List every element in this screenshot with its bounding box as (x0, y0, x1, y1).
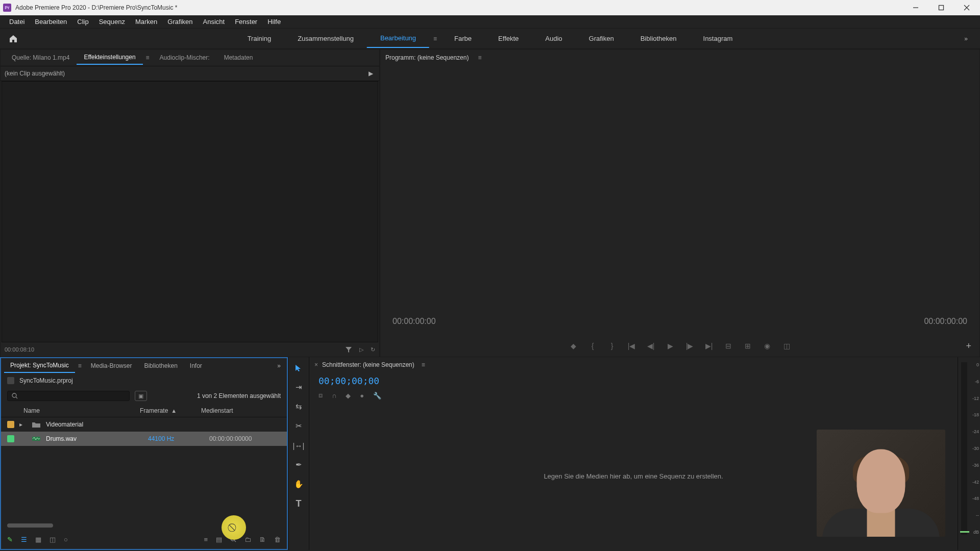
timeline-panel-menu-icon[interactable]: ≡ (419, 361, 428, 368)
timeline-toolbar: ⧈ ∩ ◆ ● 🔧 (309, 389, 958, 402)
timeline-timecode-row: 00;00;00;00 (309, 372, 958, 389)
menu-grafiken[interactable]: Grafiken (162, 16, 198, 28)
zoom-slider-icon[interactable]: ○ (64, 536, 68, 543)
col-medienstart[interactable]: Medienstart (201, 407, 281, 414)
list-view-icon[interactable]: ☰ (21, 536, 27, 543)
tab-info[interactable]: Infor (184, 359, 208, 372)
source-tab-menu-icon[interactable]: ≡ (143, 54, 153, 61)
selection-tool[interactable] (292, 361, 305, 374)
svg-point-4 (12, 393, 16, 397)
freeform-icon[interactable]: ◫ (50, 536, 56, 543)
filter-icon[interactable] (345, 346, 352, 353)
ingest-icon[interactable]: ▣ (135, 391, 147, 401)
extract-icon[interactable]: ⊞ (743, 341, 752, 350)
snap-icon[interactable]: ⧈ (318, 391, 323, 399)
play-icon[interactable]: ▶ (666, 341, 675, 350)
goto-in-icon[interactable]: |◀ (627, 341, 636, 350)
workspace-overflow-button[interactable]: » (958, 35, 974, 42)
project-tab-menu-icon[interactable]: ≡ (75, 362, 85, 369)
comparison-icon[interactable]: ◫ (782, 341, 791, 350)
label-tag[interactable] (7, 435, 14, 442)
menu-hilfe[interactable]: Hilfe (262, 16, 286, 28)
horizontal-scrollbar[interactable] (7, 523, 53, 528)
col-name[interactable]: Name (7, 407, 140, 414)
menu-marken[interactable]: Marken (130, 16, 162, 28)
home-button[interactable] (6, 32, 20, 46)
workspace-zusammenstellung[interactable]: Zusammenstellung (284, 30, 367, 47)
in-bracket-icon[interactable]: { (588, 341, 597, 350)
minimize-button[interactable] (909, 3, 923, 13)
tab-effekteinstellungen[interactable]: Effekteinstellungen (77, 51, 142, 65)
slip-tool[interactable]: |↔| (292, 439, 305, 452)
timeline-empty-text: Legen Sie die Medien hier ab, um eine Se… (544, 472, 723, 480)
workspace-audio[interactable]: Audio (532, 30, 575, 47)
close-button[interactable] (960, 3, 974, 13)
list-item[interactable]: Drums.wav 44100 Hz 00:00:00:00000 (1, 432, 287, 446)
step-back-icon[interactable]: ◀| (646, 341, 655, 350)
button-editor-icon[interactable]: + (966, 341, 971, 352)
window-title: Adobe Premiere Pro 2020 - D:\Premiere Pr… (15, 4, 177, 11)
marker-icon[interactable]: ◆ (569, 341, 578, 350)
menu-fenster[interactable]: Fenster (230, 16, 262, 28)
menu-clip[interactable]: Clip (72, 16, 93, 28)
maximize-button[interactable] (934, 3, 948, 13)
no-clip-label: (kein Clip ausgewählt) (5, 70, 65, 77)
workspace-training[interactable]: Training (234, 30, 284, 47)
pen-tool[interactable]: ✒ (292, 458, 305, 471)
item-medienstart: 00:00:00:00000 (209, 435, 281, 442)
automate-icon[interactable]: ▤ (216, 536, 222, 543)
timeline-timecode[interactable]: 00;00;00;00 (318, 375, 379, 386)
col-framerate[interactable]: Framerate▲ (140, 407, 201, 414)
lift-icon[interactable]: ⊟ (724, 341, 733, 350)
tab-media-browser[interactable]: Media-Browser (85, 359, 138, 372)
ripple-edit-tool[interactable]: ⇆ (292, 400, 305, 413)
step-forward-icon[interactable]: |▶ (685, 341, 694, 350)
program-panel-menu-icon[interactable]: ≡ (475, 54, 484, 61)
menu-sequenz[interactable]: Sequenz (94, 16, 130, 28)
item-name: Videomaterial (46, 421, 148, 428)
menu-datei[interactable]: Datei (4, 16, 30, 28)
presenter-face (857, 449, 905, 513)
timeline-settings-icon[interactable]: 🔧 (373, 392, 381, 399)
hand-tool[interactable]: ✋ (292, 478, 305, 491)
export-frame-icon[interactable]: ◉ (763, 341, 772, 350)
project-tabs-overflow-icon[interactable]: » (274, 362, 284, 369)
razor-tool[interactable]: ✂ (292, 419, 305, 433)
loop-icon[interactable]: ↻ (371, 346, 375, 353)
clear-icon[interactable]: 🗑 (274, 536, 281, 543)
workspace-bibliotheken[interactable]: Bibliotheken (627, 30, 690, 47)
out-bracket-icon[interactable]: } (607, 341, 617, 350)
workspace-farbe[interactable]: Farbe (441, 30, 485, 47)
home-icon (9, 34, 18, 43)
tab-quelle[interactable]: Quelle: Milano 1.mp4 (5, 51, 77, 64)
tl-marker-icon[interactable]: ● (360, 392, 364, 399)
menu-ansicht[interactable]: Ansicht (198, 16, 230, 28)
goto-out-icon[interactable]: ▶| (704, 341, 714, 350)
new-bin-icon[interactable]: 🗀 (244, 536, 251, 543)
tab-bibliotheken[interactable]: Bibliotheken (138, 359, 183, 372)
sort-icon[interactable]: ≡ (204, 536, 208, 543)
pen-icon[interactable]: ✎ (7, 536, 13, 543)
icon-view-icon[interactable]: ▦ (35, 536, 41, 543)
menu-bearbeiten[interactable]: Bearbeiten (30, 16, 72, 28)
track-select-tool[interactable]: ⇥ (292, 381, 305, 394)
tab-metadaten[interactable]: Metadaten (217, 51, 260, 64)
workspace-effekte[interactable]: Effekte (485, 30, 532, 47)
new-item-icon[interactable]: 🗎 (259, 536, 266, 543)
tab-audioclip-mischer[interactable]: Audioclip-Mischer: (153, 51, 217, 64)
expand-chevron-icon[interactable]: ▸ (19, 421, 27, 428)
tab-projekt[interactable]: Projekt: SyncToMusic (4, 359, 75, 373)
expand-icon[interactable]: ▶ (369, 70, 373, 77)
search-input[interactable] (7, 391, 130, 401)
close-tab-icon[interactable]: × (314, 361, 318, 368)
linked-selection-icon[interactable]: ∩ (332, 392, 336, 399)
play-only-icon[interactable]: ▷ (359, 346, 363, 353)
list-item[interactable]: ▸ Videomaterial (1, 417, 287, 432)
workspace-menu-icon[interactable]: ≡ (429, 35, 441, 42)
label-tag[interactable] (7, 421, 14, 428)
workspace-grafiken[interactable]: Grafiken (576, 30, 627, 47)
workspace-instagram[interactable]: Instagram (690, 30, 746, 47)
add-marker-icon[interactable]: ◆ (346, 392, 351, 399)
workspace-bearbeitung[interactable]: Bearbeitung (367, 29, 429, 48)
type-tool[interactable]: T (292, 497, 305, 510)
